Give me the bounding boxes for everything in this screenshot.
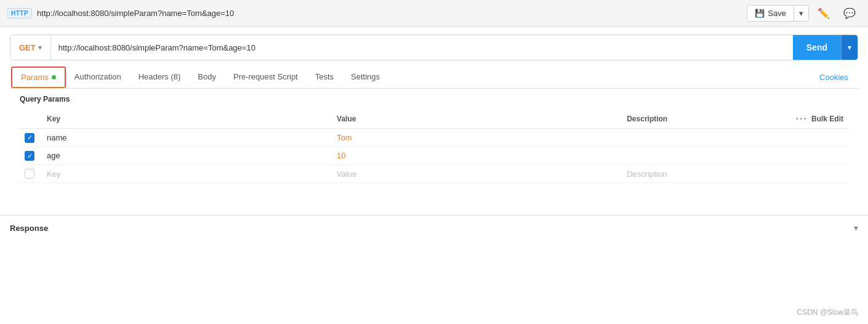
save-btn-group: 💾 Save ▾ [747,5,809,22]
save-icon: 💾 [755,9,765,18]
row1-description-cell[interactable] [622,129,848,147]
tab-tests[interactable]: Tests [307,67,342,87]
top-url: http://localhost:8080/simpleParam?name=T… [37,9,742,18]
tab-params-label: Params [21,73,49,82]
col-value-header: Value [332,110,622,129]
placeholder-checkbox-cell [20,165,42,183]
tab-body[interactable]: Body [189,67,225,87]
description-label: Description [627,115,667,123]
tab-settings[interactable]: Settings [342,67,388,87]
placeholder-value-cell[interactable]: Value [332,165,622,183]
params-header-row: Key Value Description ··· Bulk Edit [20,110,848,129]
response-chevron-icon[interactable]: ▾ [854,223,858,233]
row2-checkbox-cell: ✓ [20,147,42,165]
tab-headers-label: Headers (8) [139,72,181,81]
col-key-header: Key [42,110,332,129]
tab-body-label: Body [198,72,216,81]
tab-settings-label: Settings [351,72,380,81]
url-input[interactable] [51,35,793,60]
placeholder-checkbox[interactable] [25,169,34,179]
bulk-edit-button[interactable]: Bulk Edit [811,115,843,123]
table-row: ✓ age 10 [20,147,848,165]
save-chevron-button[interactable]: ▾ [794,6,808,21]
response-title: Response [10,224,48,233]
method-chevron-icon: ▾ [38,44,42,52]
method-label: GET [19,43,36,52]
col-description-header: Description ··· Bulk Edit [622,110,848,129]
placeholder-description-cell[interactable]: Description [622,165,848,183]
bulk-dots-icon: ··· [796,113,808,124]
tab-prerequest[interactable]: Pre-request Script [225,67,307,87]
row1-checkbox-cell: ✓ [20,129,42,147]
response-section: Response ▾ [0,215,868,240]
row1-checkbox[interactable]: ✓ [25,133,34,143]
save-label: Save [768,9,786,18]
request-section: GET ▾ Send ▾ Params Authorization Header… [0,27,868,196]
tab-tests-label: Tests [315,72,334,81]
top-actions: 💾 Save ▾ ✏️ 💬 [747,4,861,22]
tab-authorization-label: Authorization [74,72,121,81]
row2-description-cell[interactable] [622,147,848,165]
tab-prerequest-label: Pre-request Script [233,72,298,81]
tab-authorization[interactable]: Authorization [66,67,130,87]
tab-params[interactable]: Params [11,67,66,88]
row1-value-cell[interactable]: Tom [332,129,622,147]
row1-key-cell[interactable]: name [42,129,332,147]
query-params-title: Query Params [20,95,848,103]
send-button[interactable]: Send [793,35,841,60]
row2-value-cell[interactable]: 10 [332,147,622,165]
send-chevron-button[interactable]: ▾ [841,35,858,60]
send-button-group: Send ▾ [793,35,858,60]
comment-icon-button[interactable]: 💬 [838,4,861,22]
url-bar: GET ▾ Send ▾ [10,34,858,60]
top-bar: HTTP http://localhost:8080/simpleParam?n… [0,0,868,27]
tabs-row: Params Authorization Headers (8) Body Pr… [10,67,858,89]
table-row: ✓ name Tom [20,129,848,147]
col-checkbox [20,110,42,129]
table-row-placeholder: Key Value Description [20,165,848,183]
params-table: Key Value Description ··· Bulk Edit [20,110,848,183]
query-params-section: Query Params Key Value Description ··· B… [10,89,858,189]
http-badge: HTTP [7,8,32,18]
save-button[interactable]: 💾 Save [747,6,794,21]
row2-key-cell[interactable]: age [42,147,332,165]
placeholder-key-cell[interactable]: Key [42,165,332,183]
row2-checkbox[interactable]: ✓ [25,151,34,161]
params-dot-icon [52,75,56,79]
tab-headers[interactable]: Headers (8) [130,67,190,87]
method-selector[interactable]: GET ▾ [10,35,51,60]
cookies-link[interactable]: Cookies [811,68,857,87]
edit-icon-button[interactable]: ✏️ [813,4,835,22]
